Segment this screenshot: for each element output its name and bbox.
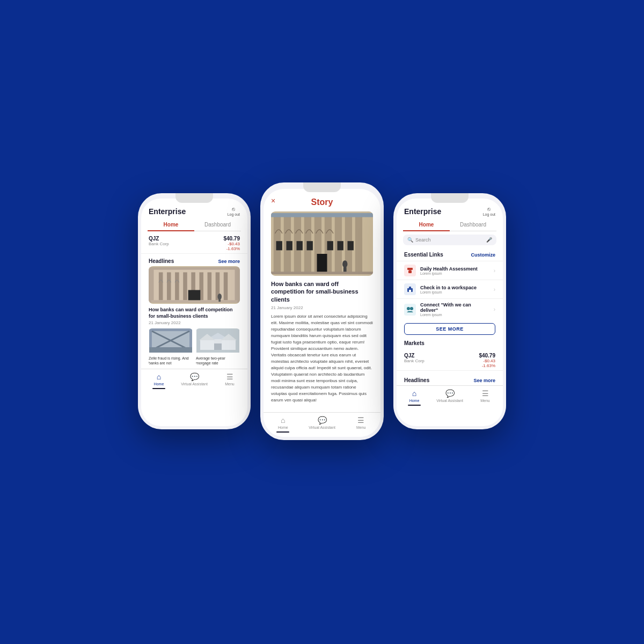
headlines-header-left: Headlines See more [141, 254, 247, 266]
nav-home-left[interactable]: ⌂ Home [141, 372, 177, 389]
right-screen: Enterprise ⎋ Log out Home Dashboard 🔍 Se… [397, 199, 503, 426]
nav-home-right[interactable]: ⌂ Home [397, 389, 432, 406]
svg-rect-48 [343, 267, 347, 273]
story-article-date: 21 January 2022 [264, 305, 380, 313]
nav-assistant-right[interactable]: 💬 Virtual Assistant [432, 389, 467, 406]
right-bottom-nav: ⌂ Home 💬 Virtual Assistant ☰ Menu [397, 385, 503, 410]
essential-links-title: Essential Links [404, 252, 443, 258]
svg-rect-42 [297, 241, 303, 250]
home-icon-center: ⌂ [281, 416, 285, 425]
small-news-2[interactable]: Average two-year morgage rate [196, 328, 240, 365]
left-logout-btn[interactable]: ⎋ Log out [228, 206, 240, 216]
see-more-headlines-right[interactable]: See more [473, 378, 495, 383]
see-more-button-right[interactable]: SEE MORE [404, 323, 495, 335]
see-more-left[interactable]: See more [218, 259, 240, 264]
svg-rect-12 [151, 300, 238, 303]
nav-menu-right[interactable]: ☰ Menu [467, 389, 503, 406]
center-phone: × Story [260, 182, 384, 440]
customize-button[interactable]: Customize [471, 252, 495, 258]
tab-home-right[interactable]: Home [403, 218, 450, 231]
headlines-title-right: Headlines [404, 377, 429, 383]
center-screen: × Story [264, 189, 380, 437]
story-main-image [271, 211, 373, 276]
svg-rect-49 [271, 272, 373, 274]
essential-icon-2 [404, 283, 416, 295]
notch-right [431, 193, 469, 203]
tab-dashboard-left[interactable]: Dashboard [194, 218, 241, 231]
home-icon-right: ⌂ [412, 389, 416, 398]
main-news-date-left: 21 January 2022 [141, 320, 247, 328]
logout-icon-left: ⎋ [232, 206, 235, 212]
essential-text-3: Connect "With we can deliver" Lorem ipsu… [420, 302, 489, 317]
stock-company-right: Bank Corp [404, 358, 425, 363]
nav-assistant-center[interactable]: 💬 Virtual Assistant [303, 416, 342, 433]
stock-change2-left: -1.63% [223, 246, 240, 251]
nav-assistant-left[interactable]: 💬 Virtual Assistant [177, 372, 212, 389]
nav-indicator-left [152, 388, 165, 389]
left-phone: Enterprise ⎋ Log out Home Dashboard QJZ … [138, 193, 251, 429]
main-news-headline-left[interactable]: How banks can ward off competition for s… [141, 307, 247, 320]
essential-item-1[interactable]: Daily Health Assessment Lorem ipsum › [397, 261, 503, 280]
svg-point-47 [342, 260, 348, 267]
chevron-1: › [494, 268, 495, 274]
svg-rect-10 [224, 272, 228, 300]
tab-dashboard-right[interactable]: Dashboard [450, 218, 496, 231]
story-article-body: Lorem ipsum dolor sit amet consectetur a… [264, 313, 380, 412]
left-stock-row[interactable]: QJZ Bank Corp $40.79 -$0.43 -1.63% [141, 231, 247, 254]
headlines-header-right: Headlines See more [397, 373, 503, 385]
menu-icon-right: ☰ [482, 389, 489, 398]
small-news-grid-left: Zelle fraud is rising. And banks are not [141, 328, 247, 369]
markets-title: Markets [397, 340, 503, 348]
svg-rect-27 [222, 340, 236, 350]
svg-rect-5 [183, 272, 187, 300]
svg-rect-51 [407, 268, 413, 270]
svg-rect-45 [338, 241, 343, 250]
nav-home-center[interactable]: ⌂ Home [264, 416, 303, 433]
home-icon-left: ⌂ [157, 372, 161, 381]
svg-rect-3 [167, 272, 171, 300]
small-news-caption-1: Zelle fraud is rising. And banks are not [149, 356, 193, 365]
essential-item-2[interactable]: Check in to a workspace Lorem ipsum › [397, 280, 503, 298]
svg-rect-57 [409, 290, 411, 292]
nav-indicator-right [408, 405, 421, 406]
chevron-3: › [494, 306, 495, 312]
nav-menu-left[interactable]: ☰ Menu [212, 372, 247, 389]
menu-icon-left: ☰ [226, 372, 233, 381]
small-news-1[interactable]: Zelle fraud is rising. And banks are not [149, 328, 193, 365]
right-logout-btn[interactable]: ⎋ Log out [483, 206, 495, 216]
close-button[interactable]: × [271, 196, 275, 205]
headlines-title-left: Headlines [149, 258, 174, 264]
svg-rect-46 [348, 241, 354, 250]
svg-rect-43 [307, 241, 313, 250]
menu-icon-center: ☰ [357, 416, 364, 425]
essential-item-3[interactable]: Connect "With we can deliver" Lorem ipsu… [397, 298, 503, 320]
assistant-icon-right: 💬 [445, 389, 455, 398]
search-bar-right[interactable]: 🔍 Search 🎤 [403, 235, 496, 245]
left-app-title: Enterprise [149, 207, 186, 216]
svg-rect-4 [175, 272, 179, 300]
svg-rect-52 [408, 270, 412, 273]
svg-rect-25 [200, 340, 214, 350]
stock-change1-right: -$0.43 [479, 358, 495, 363]
stock-ticker-right: QJZ [404, 353, 425, 358]
tab-home-left[interactable]: Home [148, 218, 194, 231]
mic-icon-right[interactable]: 🎤 [486, 237, 492, 243]
stock-price-left: $40.79 [223, 236, 240, 241]
svg-rect-41 [287, 241, 292, 250]
notch-center [303, 182, 341, 192]
svg-rect-54 [411, 269, 412, 271]
main-news-image-left[interactable] [149, 266, 240, 304]
stock-change2-right: -1.63% [479, 363, 495, 368]
stock-change1-left: -$0.43 [223, 241, 240, 246]
essential-icon-3 [404, 304, 416, 316]
essential-icon-1 [404, 265, 416, 276]
nav-menu-center[interactable]: ☰ Menu [341, 416, 380, 433]
stock-price-right: $40.79 [479, 353, 495, 358]
svg-rect-38 [355, 213, 362, 274]
search-placeholder: Search [415, 237, 484, 243]
story-title: Story [311, 197, 333, 207]
svg-rect-56 [409, 287, 411, 289]
left-screen: Enterprise ⎋ Log out Home Dashboard QJZ … [141, 199, 247, 426]
right-stock-row[interactable]: QJZ Bank Corp $40.79 -$0.43 -1.63% [397, 348, 503, 371]
left-tabs: Home Dashboard [148, 218, 241, 231]
